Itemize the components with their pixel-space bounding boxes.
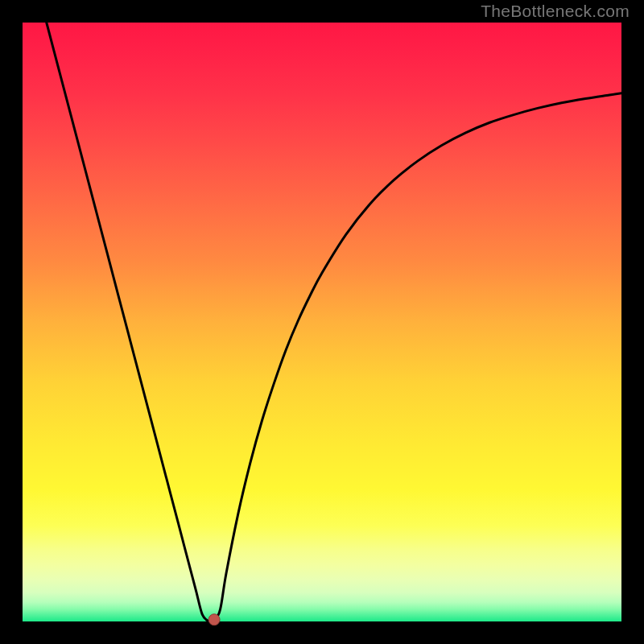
watermark-text: TheBottleneck.com [481,2,630,21]
chart-stage: TheBottleneck.com [0,0,644,644]
optimum-marker [208,614,220,625]
plot-area-bg [23,23,621,621]
bottleneck-chart [0,0,644,644]
